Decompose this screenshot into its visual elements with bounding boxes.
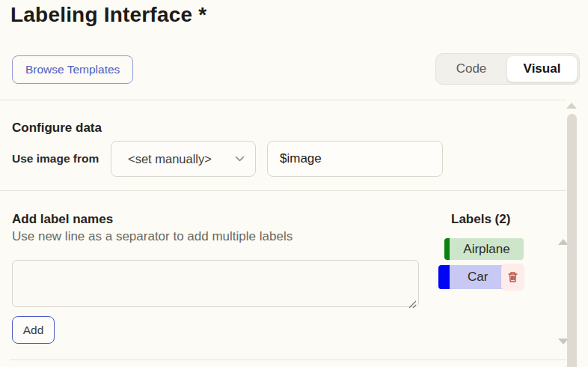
divider-top bbox=[0, 100, 566, 100]
label-chip-name: Airplane bbox=[450, 238, 524, 260]
add-labels-helper-text: Use new line as a separator to add multi… bbox=[12, 229, 293, 244]
label-color-bar bbox=[444, 238, 450, 260]
configure-data-heading: Configure data bbox=[12, 121, 102, 136]
vertical-scrollbar[interactable] bbox=[567, 114, 577, 367]
divider-middle bbox=[0, 190, 566, 191]
scrollbar-up-icon[interactable] bbox=[566, 103, 577, 109]
divider-bottom bbox=[10, 360, 566, 360]
view-mode-toggle: Code Visual bbox=[435, 53, 580, 85]
browse-templates-button[interactable]: Browse Templates bbox=[12, 55, 133, 84]
add-label-names-heading: Add label names bbox=[12, 212, 113, 227]
add-label-button[interactable]: Add bbox=[12, 316, 55, 344]
label-color-bar bbox=[438, 265, 450, 289]
labeling-interface-page: { "page": { "title": "Labeling Interface… bbox=[0, 0, 588, 367]
chevron-down-icon bbox=[235, 156, 245, 163]
image-source-select-value: <set manually> bbox=[128, 152, 235, 166]
page-title: Labeling Interface * bbox=[10, 3, 206, 27]
new-labels-textarea[interactable] bbox=[12, 260, 419, 307]
use-image-from-label: Use image from bbox=[12, 152, 99, 166]
tab-visual[interactable]: Visual bbox=[506, 55, 578, 82]
delete-label-button[interactable] bbox=[501, 264, 524, 291]
trash-icon bbox=[507, 271, 518, 283]
labels-panel-heading: Labels (2) bbox=[451, 212, 510, 227]
label-chip-car[interactable]: Car bbox=[438, 265, 524, 289]
image-source-select[interactable]: <set manually> bbox=[111, 141, 256, 177]
image-value-input[interactable] bbox=[267, 141, 443, 177]
tab-code[interactable]: Code bbox=[436, 61, 506, 76]
label-chip-airplane[interactable]: Airplane bbox=[444, 238, 524, 260]
